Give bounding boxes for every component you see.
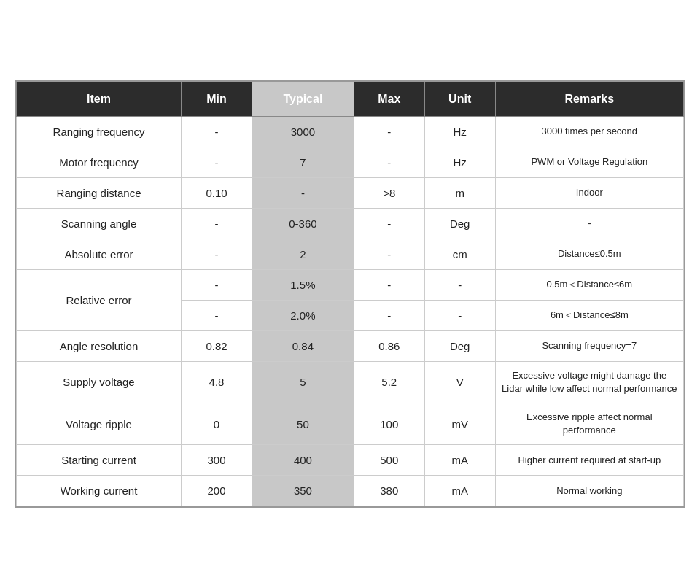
cell-unit: V (424, 361, 495, 403)
table-row: Absolute error-2-cmDistance≤0.5m (17, 239, 684, 269)
table-row: Motor frequency-7-HzPWM or Voltage Regul… (17, 147, 684, 177)
cell-max: - (354, 239, 424, 269)
table-row: Relative error-1.5%--0.5m＜Distance≤6m (17, 269, 684, 300)
cell-typical: - (252, 177, 354, 208)
cell-remarks: Excessive ripple affect normal performan… (495, 403, 683, 445)
cell-unit: Hz (424, 116, 495, 147)
cell-remarks: - (495, 208, 683, 239)
table-row: Scanning angle-0-360-Deg- (17, 208, 684, 239)
header-row: Item Min Typical Max Unit Remarks (17, 82, 684, 116)
cell-min: - (182, 208, 252, 239)
header-typical: Typical (252, 82, 354, 116)
cell-unit: mA (424, 476, 495, 506)
header-remarks: Remarks (495, 82, 683, 116)
cell-typical: 3000 (252, 116, 354, 147)
cell-remarks: Excessive voltage might damage the Lidar… (495, 361, 683, 403)
cell-max: 0.86 (354, 330, 424, 361)
spec-table-wrapper: Item Min Typical Max Unit Remarks Rangin… (15, 80, 685, 508)
table-row: Angle resolution0.820.840.86DegScanning … (17, 330, 684, 361)
cell-min: 300 (182, 445, 252, 476)
cell-max: - (354, 269, 424, 300)
cell-min: 0.82 (182, 330, 252, 361)
cell-remarks: Scanning frequency=7 (495, 330, 683, 361)
cell-item: Angle resolution (17, 330, 182, 361)
cell-typical: 400 (252, 445, 354, 476)
table-row: Voltage ripple050100mVExcessive ripple a… (17, 403, 684, 445)
cell-item: Absolute error (17, 239, 182, 269)
cell-typical: 1.5% (252, 269, 354, 300)
cell-max: - (354, 116, 424, 147)
cell-item: Scanning angle (17, 208, 182, 239)
cell-item: Relative error (17, 269, 182, 330)
cell-max: 380 (354, 476, 424, 506)
spec-table: Item Min Typical Max Unit Remarks Rangin… (16, 82, 684, 507)
cell-typical: 0.84 (252, 330, 354, 361)
cell-typical: 5 (252, 361, 354, 403)
cell-min: 200 (182, 476, 252, 506)
cell-max: - (354, 147, 424, 177)
cell-unit: - (424, 269, 495, 300)
cell-min: 0.10 (182, 177, 252, 208)
cell-unit: - (424, 300, 495, 330)
table-row: Supply voltage4.855.2VExcessive voltage … (17, 361, 684, 403)
cell-item: Starting current (17, 445, 182, 476)
cell-unit: Deg (424, 330, 495, 361)
cell-item: Working current (17, 476, 182, 506)
cell-typical: 7 (252, 147, 354, 177)
cell-max: - (354, 300, 424, 330)
table-row: Ranging distance0.10->8mIndoor (17, 177, 684, 208)
cell-max: 500 (354, 445, 424, 476)
cell-typical: 2.0% (252, 300, 354, 330)
cell-unit: Deg (424, 208, 495, 239)
cell-remarks: PWM or Voltage Regulation (495, 147, 683, 177)
cell-min: - (182, 300, 252, 330)
cell-min: - (182, 147, 252, 177)
header-item: Item (17, 82, 182, 116)
cell-remarks: Higher current required at start-up (495, 445, 683, 476)
cell-unit: m (424, 177, 495, 208)
cell-typical: 2 (252, 239, 354, 269)
cell-unit: mV (424, 403, 495, 445)
table-row: Starting current300400500mAHigher curren… (17, 445, 684, 476)
cell-max: 100 (354, 403, 424, 445)
cell-remarks: 3000 times per second (495, 116, 683, 147)
cell-min: - (182, 269, 252, 300)
table-row: Working current200350380mANormal working (17, 476, 684, 506)
cell-item: Voltage ripple (17, 403, 182, 445)
cell-item: Motor frequency (17, 147, 182, 177)
cell-unit: Hz (424, 147, 495, 177)
cell-typical: 0-360 (252, 208, 354, 239)
cell-typical: 350 (252, 476, 354, 506)
cell-min: 0 (182, 403, 252, 445)
cell-item: Ranging frequency (17, 116, 182, 147)
cell-min: - (182, 239, 252, 269)
cell-min: 4.8 (182, 361, 252, 403)
cell-item: Supply voltage (17, 361, 182, 403)
cell-max: >8 (354, 177, 424, 208)
cell-unit: cm (424, 239, 495, 269)
cell-remarks: Normal working (495, 476, 683, 506)
cell-max: 5.2 (354, 361, 424, 403)
cell-remarks: 0.5m＜Distance≤6m (495, 269, 683, 300)
header-min: Min (182, 82, 252, 116)
cell-unit: mA (424, 445, 495, 476)
cell-typical: 50 (252, 403, 354, 445)
table-row: Ranging frequency-3000-Hz3000 times per … (17, 116, 684, 147)
cell-item: Ranging distance (17, 177, 182, 208)
cell-max: - (354, 208, 424, 239)
header-max: Max (354, 82, 424, 116)
cell-min: - (182, 116, 252, 147)
cell-remarks: 6m＜Distance≤8m (495, 300, 683, 330)
cell-remarks: Indoor (495, 177, 683, 208)
cell-remarks: Distance≤0.5m (495, 239, 683, 269)
header-unit: Unit (424, 82, 495, 116)
